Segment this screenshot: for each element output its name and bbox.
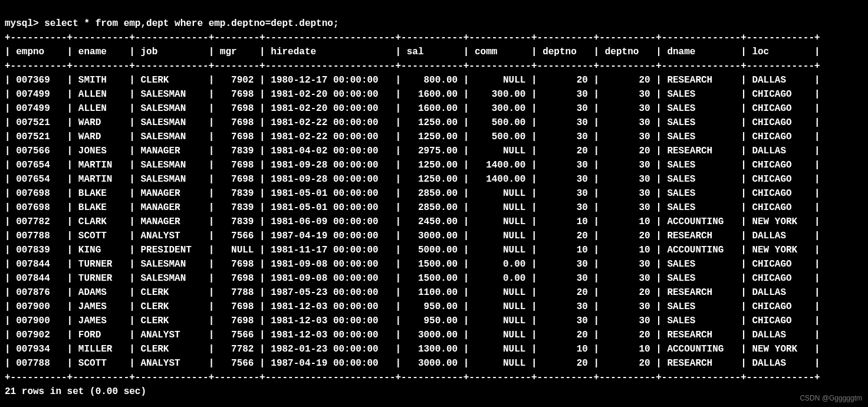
watermark: CSDN @Ggggggtm <box>800 393 862 403</box>
mysql-terminal-output: mysql> select * from emp,dept where emp.… <box>5 17 863 399</box>
